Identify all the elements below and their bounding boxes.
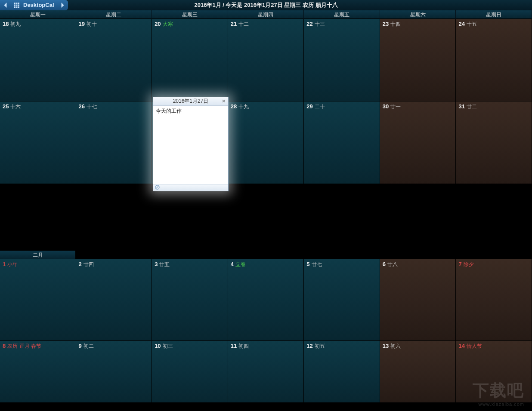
day-number: 29 — [306, 103, 312, 110]
date-summary: 2016年1月 / 今天是 2016年1月27日 星期三 农历 腊月十八 — [0, 1, 532, 9]
weekday-sun: 星期日 — [456, 10, 532, 19]
lunar-label: 二十 — [315, 104, 325, 110]
lunar-label: 十五 — [467, 21, 477, 27]
day-cell[interactable]: 10初三 — [152, 341, 228, 403]
week-header: 星期一 星期二 星期三 星期四 星期五 星期六 星期日 — [0, 10, 532, 19]
app-title: DesktopCal — [22, 2, 57, 8]
day-cell[interactable]: 19初十 — [76, 19, 152, 101]
weekday-thu: 星期四 — [228, 10, 304, 19]
note-popup-titlebar[interactable]: 2016年1月27日 ✕ — [153, 97, 228, 106]
day-cell[interactable]: 14情人节 — [456, 341, 532, 403]
day-cell[interactable]: 29二十 — [304, 101, 380, 184]
lunar-label: 大寒 — [163, 21, 173, 27]
day-number: 11 — [231, 343, 237, 349]
lunar-label: 初四 — [238, 343, 249, 349]
lunar-label: 廿四 — [84, 261, 94, 267]
close-button[interactable]: ✕ — [220, 98, 226, 104]
day-cell[interactable]: 13初六 — [380, 341, 456, 403]
note-popup-date: 2016年1月27日 — [153, 98, 228, 105]
day-number: 9 — [79, 343, 82, 349]
arrow-right-icon — [60, 3, 65, 8]
prohibit-icon[interactable] — [155, 185, 160, 191]
svg-rect-3 — [14, 4, 15, 6]
day-cell[interactable]: 1小年 — [0, 259, 76, 341]
calendar-row: 25十六26十七28十九29二十30廿一31廿二 — [0, 101, 532, 184]
day-number: 22 — [306, 21, 312, 27]
lunar-label: 十四 — [390, 21, 401, 27]
svg-line-10 — [156, 186, 158, 188]
day-cell[interactable]: 22十三 — [304, 19, 380, 101]
day-number: 14 — [458, 343, 464, 349]
day-number: 12 — [306, 343, 312, 349]
day-cell[interactable]: 8农历 正月 春节 — [0, 341, 76, 403]
day-cell[interactable]: 4立春 — [228, 259, 304, 341]
day-number: 19 — [79, 21, 85, 27]
day-number: 3 — [155, 261, 158, 267]
day-cell[interactable]: 25十六 — [0, 101, 76, 184]
day-cell[interactable]: 2廿四 — [76, 259, 152, 341]
lunar-label: 初二 — [84, 343, 94, 349]
day-number: 24 — [458, 21, 464, 27]
day-cell[interactable]: 9初二 — [76, 341, 152, 403]
day-number: 18 — [3, 21, 9, 27]
note-popup: 2016年1月27日 ✕ — [153, 97, 229, 191]
note-textarea[interactable] — [153, 106, 228, 184]
day-cell[interactable]: 5廿七 — [304, 259, 380, 341]
day-cell[interactable]: 6廿八 — [380, 259, 456, 341]
day-number: 2 — [79, 261, 82, 267]
day-cell[interactable]: 20大寒 — [152, 19, 228, 101]
lunar-label: 农历 正月 春节 — [7, 343, 41, 349]
svg-rect-5 — [18, 4, 19, 6]
lunar-label: 初九 — [10, 21, 21, 27]
day-number: 26 — [79, 103, 85, 110]
month-label-feb: 二月 — [0, 251, 76, 259]
nav-group: DesktopCal — [0, 0, 68, 10]
weekday-mon: 星期一 — [0, 10, 76, 19]
day-number: 6 — [383, 261, 386, 267]
day-cell[interactable]: 21十二 — [228, 19, 304, 101]
next-month-button[interactable] — [57, 0, 68, 10]
day-cell[interactable]: 3廿五 — [152, 259, 228, 341]
lunar-label: 初五 — [315, 343, 325, 349]
day-number: 8 — [3, 343, 6, 349]
day-cell[interactable]: 23十四 — [380, 19, 456, 101]
day-number: 21 — [231, 21, 237, 27]
day-number: 7 — [458, 261, 461, 267]
day-number: 28 — [231, 103, 237, 110]
day-cell[interactable]: 28十九 — [228, 101, 304, 184]
prev-month-button[interactable] — [0, 0, 11, 10]
top-bar: DesktopCal 2016年1月 / 今天是 2016年1月27日 星期三 … — [0, 0, 532, 10]
day-cell[interactable]: 31廿二 — [456, 101, 532, 184]
day-number: 23 — [383, 21, 389, 27]
lunar-label: 廿一 — [390, 104, 401, 110]
day-number: 30 — [383, 103, 389, 110]
close-icon: ✕ — [222, 98, 226, 104]
weekday-wed: 星期三 — [152, 10, 228, 19]
day-cell[interactable]: 18初九 — [0, 19, 76, 101]
apps-grid-button[interactable] — [11, 0, 22, 10]
day-number: 4 — [231, 261, 234, 267]
lunar-label: 廿二 — [467, 104, 477, 110]
svg-rect-7 — [16, 6, 18, 8]
weekday-fri: 星期五 — [304, 10, 380, 19]
day-cell[interactable]: 26十七 — [76, 101, 152, 184]
lunar-label: 十三 — [315, 21, 325, 27]
day-cell[interactable]: 11初四 — [228, 341, 304, 403]
lunar-label: 廿八 — [387, 261, 398, 267]
calendar-row: 1小年2廿四3廿五4立春5廿七6廿八7除夕 — [0, 259, 532, 341]
svg-rect-0 — [14, 3, 15, 4]
day-number: 31 — [458, 103, 464, 110]
lunar-label: 廿七 — [312, 261, 322, 267]
day-cell[interactable]: 30廿一 — [380, 101, 456, 184]
day-number: 13 — [383, 343, 389, 349]
lunar-label: 初十 — [87, 21, 97, 27]
lunar-label: 初三 — [163, 343, 173, 349]
grid-icon — [14, 3, 19, 8]
calendar-row: 18初九19初十20大寒21十二22十三23十四24十五 — [0, 19, 532, 101]
arrow-left-icon — [3, 3, 8, 8]
day-cell[interactable]: 12初五 — [304, 341, 380, 403]
day-number: 25 — [3, 103, 9, 110]
day-cell[interactable]: 7除夕 — [456, 259, 532, 341]
lunar-label: 立春 — [235, 261, 246, 267]
day-cell[interactable]: 24十五 — [456, 19, 532, 101]
